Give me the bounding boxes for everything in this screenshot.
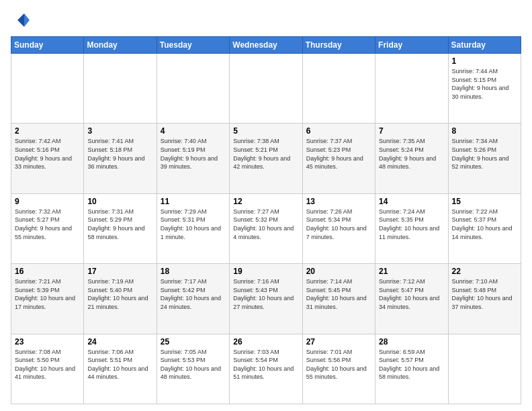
- col-header-thursday: Thursday: [302, 37, 375, 54]
- day-info: Sunrise: 7:22 AM Sunset: 5:37 PM Dayligh…: [452, 208, 517, 241]
- day-cell: 21Sunrise: 7:12 AM Sunset: 5:47 PM Dayli…: [375, 264, 448, 334]
- day-info: Sunrise: 7:26 AM Sunset: 5:34 PM Dayligh…: [306, 208, 371, 241]
- day-info: Sunrise: 6:59 AM Sunset: 5:57 PM Dayligh…: [379, 348, 444, 381]
- day-cell: 12Sunrise: 7:27 AM Sunset: 5:32 PM Dayli…: [230, 193, 302, 263]
- day-cell: 27Sunrise: 7:01 AM Sunset: 5:56 PM Dayli…: [302, 334, 375, 404]
- day-info: Sunrise: 7:06 AM Sunset: 5:51 PM Dayligh…: [87, 348, 152, 381]
- col-header-tuesday: Tuesday: [157, 37, 229, 54]
- week-row-1: 2Sunrise: 7:42 AM Sunset: 5:16 PM Daylig…: [11, 124, 521, 193]
- day-number: 4: [161, 126, 226, 136]
- day-number: 22: [452, 267, 517, 276]
- col-header-sunday: Sunday: [11, 37, 84, 54]
- calendar-table: SundayMondayTuesdayWednesdayThursdayFrid…: [11, 36, 521, 404]
- week-row-0: 1Sunrise: 7:44 AM Sunset: 5:15 PM Daylig…: [11, 54, 521, 124]
- day-number: 14: [379, 197, 444, 206]
- day-cell: 9Sunrise: 7:32 AM Sunset: 5:27 PM Daylig…: [11, 193, 84, 263]
- day-cell: 11Sunrise: 7:29 AM Sunset: 5:31 PM Dayli…: [157, 193, 229, 263]
- day-number: 5: [233, 126, 298, 136]
- day-number: 10: [87, 197, 152, 206]
- day-number: 2: [15, 126, 80, 136]
- day-info: Sunrise: 7:44 AM Sunset: 5:15 PM Dayligh…: [452, 67, 517, 101]
- col-header-friday: Friday: [375, 37, 448, 54]
- day-info: Sunrise: 7:01 AM Sunset: 5:56 PM Dayligh…: [306, 348, 371, 381]
- day-cell: [11, 54, 84, 124]
- day-cell: 6Sunrise: 7:37 AM Sunset: 5:23 PM Daylig…: [302, 124, 375, 193]
- day-number: 26: [233, 337, 298, 347]
- day-cell: 18Sunrise: 7:17 AM Sunset: 5:42 PM Dayli…: [157, 264, 229, 334]
- day-number: 12: [233, 197, 298, 206]
- day-number: 24: [87, 337, 152, 347]
- day-info: Sunrise: 7:29 AM Sunset: 5:31 PM Dayligh…: [161, 208, 226, 241]
- day-cell: 24Sunrise: 7:06 AM Sunset: 5:51 PM Dayli…: [84, 334, 157, 404]
- day-info: Sunrise: 7:34 AM Sunset: 5:26 PM Dayligh…: [452, 137, 517, 171]
- day-cell: 13Sunrise: 7:26 AM Sunset: 5:34 PM Dayli…: [302, 193, 375, 263]
- logo: [11, 11, 34, 31]
- week-row-4: 23Sunrise: 7:08 AM Sunset: 5:50 PM Dayli…: [11, 334, 521, 404]
- day-info: Sunrise: 7:10 AM Sunset: 5:48 PM Dayligh…: [452, 277, 517, 311]
- day-info: Sunrise: 7:16 AM Sunset: 5:43 PM Dayligh…: [233, 277, 298, 311]
- day-cell: 4Sunrise: 7:40 AM Sunset: 5:19 PM Daylig…: [157, 124, 229, 193]
- day-info: Sunrise: 7:12 AM Sunset: 5:47 PM Dayligh…: [379, 277, 444, 311]
- day-info: Sunrise: 7:32 AM Sunset: 5:27 PM Dayligh…: [15, 208, 80, 241]
- day-cell: 7Sunrise: 7:35 AM Sunset: 5:24 PM Daylig…: [375, 124, 448, 193]
- day-cell: 8Sunrise: 7:34 AM Sunset: 5:26 PM Daylig…: [448, 124, 521, 193]
- day-number: 18: [161, 267, 226, 276]
- header-row: SundayMondayTuesdayWednesdayThursdayFrid…: [11, 37, 521, 54]
- day-info: Sunrise: 7:19 AM Sunset: 5:40 PM Dayligh…: [87, 277, 152, 311]
- day-info: Sunrise: 7:17 AM Sunset: 5:42 PM Dayligh…: [161, 277, 226, 311]
- col-header-wednesday: Wednesday: [230, 37, 302, 54]
- logo-icon: [11, 11, 31, 31]
- day-number: 3: [87, 126, 152, 136]
- day-info: Sunrise: 7:42 AM Sunset: 5:16 PM Dayligh…: [15, 137, 80, 171]
- day-cell: 5Sunrise: 7:38 AM Sunset: 5:21 PM Daylig…: [230, 124, 302, 193]
- day-number: 21: [379, 267, 444, 276]
- day-info: Sunrise: 7:38 AM Sunset: 5:21 PM Dayligh…: [233, 137, 298, 171]
- week-row-3: 16Sunrise: 7:21 AM Sunset: 5:39 PM Dayli…: [11, 264, 521, 334]
- day-number: 9: [15, 197, 80, 206]
- day-cell: [157, 54, 229, 124]
- page: SundayMondayTuesdayWednesdayThursdayFrid…: [0, 0, 532, 411]
- week-row-2: 9Sunrise: 7:32 AM Sunset: 5:27 PM Daylig…: [11, 193, 521, 263]
- day-number: 8: [452, 126, 517, 136]
- day-info: Sunrise: 7:14 AM Sunset: 5:45 PM Dayligh…: [306, 277, 371, 311]
- day-number: 17: [87, 267, 152, 276]
- svg-marker-0: [24, 13, 30, 27]
- day-info: Sunrise: 7:24 AM Sunset: 5:35 PM Dayligh…: [379, 208, 444, 241]
- day-number: 6: [306, 126, 371, 136]
- day-number: 13: [306, 197, 371, 206]
- day-cell: 2Sunrise: 7:42 AM Sunset: 5:16 PM Daylig…: [11, 124, 84, 193]
- day-cell: [84, 54, 157, 124]
- day-number: 15: [452, 197, 517, 206]
- day-cell: [302, 54, 375, 124]
- day-cell: 1Sunrise: 7:44 AM Sunset: 5:15 PM Daylig…: [448, 54, 521, 124]
- day-info: Sunrise: 7:40 AM Sunset: 5:19 PM Dayligh…: [161, 137, 226, 171]
- day-info: Sunrise: 7:21 AM Sunset: 5:39 PM Dayligh…: [15, 277, 80, 311]
- day-cell: 20Sunrise: 7:14 AM Sunset: 5:45 PM Dayli…: [302, 264, 375, 334]
- day-cell: 17Sunrise: 7:19 AM Sunset: 5:40 PM Dayli…: [84, 264, 157, 334]
- day-info: Sunrise: 7:35 AM Sunset: 5:24 PM Dayligh…: [379, 137, 444, 171]
- day-number: 23: [15, 337, 80, 347]
- day-info: Sunrise: 7:37 AM Sunset: 5:23 PM Dayligh…: [306, 137, 371, 171]
- day-number: 27: [306, 337, 371, 347]
- day-cell: 28Sunrise: 6:59 AM Sunset: 5:57 PM Dayli…: [375, 334, 448, 404]
- day-info: Sunrise: 7:27 AM Sunset: 5:32 PM Dayligh…: [233, 208, 298, 241]
- day-cell: [448, 334, 521, 404]
- svg-marker-1: [17, 13, 24, 27]
- day-cell: 22Sunrise: 7:10 AM Sunset: 5:48 PM Dayli…: [448, 264, 521, 334]
- day-cell: [375, 54, 448, 124]
- header: [11, 11, 521, 31]
- day-cell: 23Sunrise: 7:08 AM Sunset: 5:50 PM Dayli…: [11, 334, 84, 404]
- day-number: 28: [379, 337, 444, 347]
- col-header-saturday: Saturday: [448, 37, 521, 54]
- day-info: Sunrise: 7:03 AM Sunset: 5:54 PM Dayligh…: [233, 348, 298, 381]
- col-header-monday: Monday: [84, 37, 157, 54]
- day-cell: 14Sunrise: 7:24 AM Sunset: 5:35 PM Dayli…: [375, 193, 448, 263]
- day-info: Sunrise: 7:31 AM Sunset: 5:29 PM Dayligh…: [87, 208, 152, 241]
- day-cell: 3Sunrise: 7:41 AM Sunset: 5:18 PM Daylig…: [84, 124, 157, 193]
- day-number: 16: [15, 267, 80, 276]
- day-number: 7: [379, 126, 444, 136]
- day-info: Sunrise: 7:41 AM Sunset: 5:18 PM Dayligh…: [87, 137, 152, 171]
- day-cell: 26Sunrise: 7:03 AM Sunset: 5:54 PM Dayli…: [230, 334, 302, 404]
- day-number: 25: [161, 337, 226, 347]
- day-number: 11: [161, 197, 226, 206]
